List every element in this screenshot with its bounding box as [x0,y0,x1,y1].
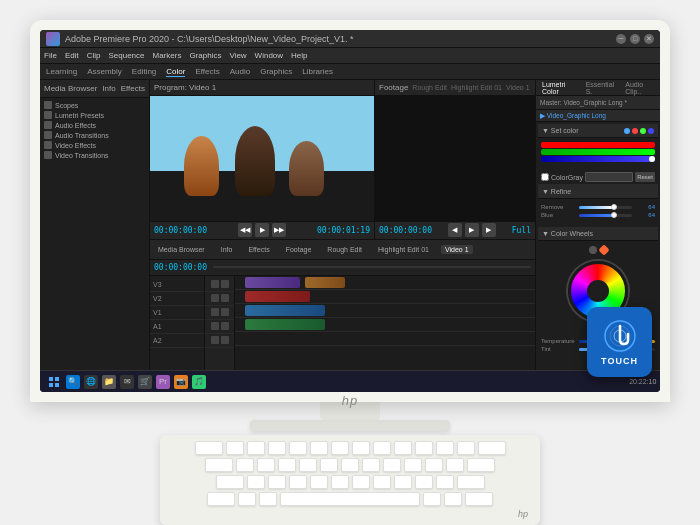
touch-overlay[interactable]: TOUCH [587,307,652,370]
key-shift-l[interactable] [216,475,244,489]
taskbar-search-icon[interactable]: 🔍 [66,375,80,389]
key-o[interactable] [394,441,412,455]
track-toggle-a1[interactable] [211,322,219,330]
key-enter[interactable] [467,458,495,472]
green-slider-bar[interactable] [541,149,655,155]
menu-sequence[interactable]: Sequence [108,51,144,60]
panel-info[interactable]: Info [102,84,115,93]
key-space[interactable] [280,492,420,506]
key-semi[interactable] [425,458,443,472]
key-p[interactable] [415,441,433,455]
red-slider-bar[interactable] [541,142,655,148]
clip-v1[interactable] [245,305,325,316]
key-shift-r[interactable] [457,475,485,489]
step-back-button[interactable]: ◀◀ [238,223,252,237]
ws-effects[interactable]: Effects [195,67,219,76]
wheel-dot[interactable] [589,246,597,254]
track-toggle-v3[interactable] [211,280,219,288]
tab-info[interactable]: Info [217,245,237,254]
track-toggle-v2[interactable] [211,294,219,302]
menu-help[interactable]: Help [291,51,307,60]
tab-highlight-edit[interactable]: Highlight Edit 01 [374,245,433,254]
ws-color[interactable]: Color [166,67,185,77]
key-q[interactable] [226,441,244,455]
track-lock-v2[interactable] [221,294,229,302]
taskbar-store-icon[interactable]: 🛒 [138,375,152,389]
list-item[interactable]: Video Effects [42,140,147,150]
ws-editing[interactable]: Editing [132,67,156,76]
list-item[interactable]: Lumetri Presets [42,110,147,120]
key-t[interactable] [310,441,328,455]
key-bracket-r[interactable] [457,441,475,455]
taskbar-file-icon[interactable]: 📁 [102,375,116,389]
panel-effects[interactable]: Effects [121,84,145,93]
section-header-color-wheels[interactable]: ▼ Color Wheels [538,227,658,241]
play-button[interactable]: ▶ [255,223,269,237]
key-z[interactable] [247,475,265,489]
ws-graphics[interactable]: Graphics [260,67,292,76]
ws-libraries[interactable]: Libraries [302,67,333,76]
key-quote[interactable] [446,458,464,472]
key-n[interactable] [352,475,370,489]
key-s[interactable] [257,458,275,472]
key-a[interactable] [236,458,254,472]
key-b[interactable] [331,475,349,489]
panel-media-browser[interactable]: Media Browser [44,84,97,93]
tab-essential-sound[interactable]: Essential S. [583,81,619,95]
key-y[interactable] [331,441,349,455]
taskbar-premiere-icon[interactable]: Pr [156,375,170,389]
minimize-button[interactable]: ─ [616,34,626,44]
taskbar-mail-icon[interactable]: ✉ [120,375,134,389]
list-item[interactable]: Video Transitions [42,150,147,160]
track-lock-v1[interactable] [221,308,229,316]
section-header-refine[interactable]: ▼ Refine [538,185,658,199]
track-lock-v3[interactable] [221,280,229,288]
key-fn[interactable] [444,492,462,506]
key-tab[interactable] [195,441,223,455]
key-alt-r[interactable] [423,492,441,506]
maximize-button[interactable]: □ [630,34,640,44]
nav-video[interactable]: ▶ Video_Graphic Long [540,112,606,120]
key-caps[interactable] [205,458,233,472]
key-k[interactable] [383,458,401,472]
menu-graphics[interactable]: Graphics [189,51,221,60]
menu-clip[interactable]: Clip [87,51,101,60]
source-play-button[interactable]: ▶ [465,223,479,237]
color-gray-input[interactable] [585,172,633,182]
clip-a1[interactable] [245,319,325,330]
key-bracket-l[interactable] [436,441,454,455]
menu-markers[interactable]: Markers [153,51,182,60]
key-j[interactable] [362,458,380,472]
key-c[interactable] [289,475,307,489]
tab-footage[interactable]: Footage [282,245,316,254]
track-toggle-v1[interactable] [211,308,219,316]
key-w[interactable] [247,441,265,455]
source-step-back-button[interactable]: ◀ [448,223,462,237]
key-ctrl-l[interactable] [207,492,235,506]
list-item[interactable]: Audio Effects [42,120,147,130]
list-item[interactable]: Audio Transitions [42,130,147,140]
track-toggle-a2[interactable] [211,336,219,344]
menu-edit[interactable]: Edit [65,51,79,60]
taskbar-edge-icon[interactable]: 🌐 [84,375,98,389]
tab-audio-clip-mixer[interactable]: Audio Clip.. [622,81,657,95]
key-e[interactable] [268,441,286,455]
ws-assembly[interactable]: Assembly [87,67,122,76]
key-i[interactable] [373,441,391,455]
nav-master[interactable]: Master: Video_Graphic Long * [540,99,627,106]
color-gray-button[interactable]: Reset [635,172,655,182]
ws-audio[interactable]: Audio [230,67,250,76]
tab-media-browser[interactable]: Media Browser [154,245,209,254]
clip-v3-b[interactable] [305,277,345,288]
key-ctrl-r[interactable] [465,492,493,506]
tab-video1[interactable]: Video 1 [441,245,473,254]
step-forward-button[interactable]: ▶▶ [272,223,286,237]
key-backspace[interactable] [478,441,506,455]
blue-slider-bar[interactable] [541,156,655,162]
taskbar-app2-icon[interactable]: 🎵 [192,375,206,389]
key-g[interactable] [320,458,338,472]
clip-v2[interactable] [245,291,310,302]
track-lock-a1[interactable] [221,322,229,330]
color-gray-checkbox[interactable] [541,173,549,181]
key-alt-l[interactable] [259,492,277,506]
